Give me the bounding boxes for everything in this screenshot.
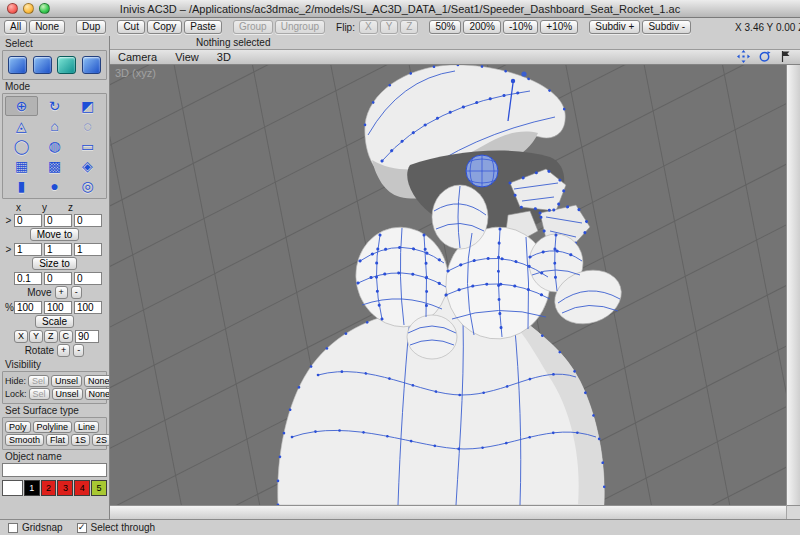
palette-swatch-4[interactable]: 4 [74, 480, 90, 496]
flip-z-button[interactable]: Z [400, 20, 418, 34]
select-surface-icon[interactable] [57, 56, 76, 74]
pan-tool-icon[interactable] [737, 50, 750, 65]
orbit-tool-icon[interactable] [758, 50, 771, 65]
mode-mesh-cube-icon[interactable]: ▩ [38, 156, 71, 176]
lock-unsel-button[interactable]: Unsel [52, 388, 83, 400]
rotate-c-toggle[interactable]: C [59, 330, 74, 343]
select-through-checkbox-box[interactable]: ✓ [77, 523, 87, 533]
move-plus-button[interactable]: + [55, 286, 68, 299]
select-object-icon[interactable] [33, 56, 52, 74]
zoom-plus10-button[interactable]: +10% [540, 20, 578, 34]
mode-rect-icon[interactable]: ▭ [71, 136, 104, 156]
move-z-input[interactable] [74, 272, 102, 285]
rotate-minus-button[interactable]: - [73, 344, 84, 357]
lock-sel-button[interactable]: Sel [29, 388, 50, 400]
mode-rotate-icon[interactable]: ↻ [38, 96, 71, 116]
close-button[interactable] [7, 3, 18, 14]
size-to-y-input[interactable] [44, 243, 72, 256]
horizontal-scrollbar[interactable] [110, 505, 786, 519]
mode-drag-icon[interactable]: ◬ [5, 116, 38, 136]
flip-y-button[interactable]: Y [380, 20, 399, 34]
zoom-50-button[interactable]: 50% [429, 20, 461, 34]
rotate-angle-input[interactable] [75, 330, 99, 343]
surface-1s-button[interactable]: 1S [71, 434, 90, 446]
mode-lasso-icon[interactable]: ◌ [71, 116, 104, 136]
rotate-z-toggle[interactable]: Z [44, 330, 58, 343]
palette-swatch-2[interactable]: 2 [41, 480, 57, 496]
zoom-button[interactable] [39, 3, 50, 14]
gridsnap-checkbox[interactable]: Gridsnap [8, 522, 63, 533]
object-name-input[interactable] [2, 463, 107, 477]
mode-disk-icon[interactable]: ◍ [38, 136, 71, 156]
current-color-swatch[interactable] [2, 480, 23, 496]
move-to-z-input[interactable] [74, 214, 102, 227]
ungroup-button[interactable]: Ungroup [275, 20, 325, 34]
zoom-minus10-button[interactable]: -10% [503, 20, 538, 34]
select-all-button[interactable]: All [4, 20, 27, 34]
duplicate-button[interactable]: Dup [76, 20, 106, 34]
select-group-icon[interactable] [8, 56, 27, 74]
viewport-3d-canvas[interactable]: 3D (xyz) [110, 65, 786, 505]
flag-icon[interactable] [779, 50, 792, 65]
cut-button[interactable]: Cut [117, 20, 145, 34]
select-none-button[interactable]: None [29, 20, 65, 34]
menu-view[interactable]: View [175, 51, 199, 63]
surface-flat-button[interactable]: Flat [46, 434, 69, 446]
scale-button[interactable]: Scale [35, 315, 74, 328]
surface-2s-button[interactable]: 2S [92, 434, 110, 446]
size-to-x-input[interactable] [14, 243, 42, 256]
rotate-plus-button[interactable]: + [57, 344, 70, 357]
rotate-y-toggle[interactable]: Y [29, 330, 43, 343]
surface-smooth-button[interactable]: Smooth [5, 434, 44, 446]
move-x-input[interactable] [14, 272, 42, 285]
mode-sphere-icon[interactable]: ● [38, 176, 71, 196]
mode-move-icon[interactable]: ⊕ [5, 96, 38, 116]
window-title: Inivis AC3D – /Applications/ac3dmac_2/mo… [0, 3, 800, 15]
surface-polyline-button[interactable]: Polyline [33, 421, 73, 433]
hide-sel-button[interactable]: Sel [28, 375, 49, 387]
scale-row: % [5, 301, 107, 314]
mode-light-icon[interactable]: ◎ [71, 176, 104, 196]
zoom-200-button[interactable]: 200% [463, 20, 501, 34]
menu-camera[interactable]: Camera [118, 51, 157, 63]
hide-none-button[interactable]: None [84, 375, 110, 387]
move-minus-button[interactable]: - [71, 286, 82, 299]
group-button[interactable]: Group [233, 20, 273, 34]
mode-solid-icon[interactable]: ◈ [71, 156, 104, 176]
move-to-x-input[interactable] [14, 214, 42, 227]
minimize-button[interactable] [23, 3, 34, 14]
move-to-prefix: > [5, 215, 12, 226]
scale-x-input[interactable] [14, 301, 42, 314]
mode-extrude-icon[interactable]: ◩ [71, 96, 104, 116]
viewport-canvas-svg[interactable] [110, 65, 786, 505]
size-to-button[interactable]: Size to [32, 257, 77, 270]
menu-3d[interactable]: 3D [217, 51, 231, 63]
palette-swatch-5[interactable]: 5 [91, 480, 107, 496]
move-y-input[interactable] [44, 272, 72, 285]
mode-grid-icon[interactable]: ▦ [5, 156, 38, 176]
paste-button[interactable]: Paste [184, 20, 222, 34]
gridsnap-checkbox-box[interactable] [8, 523, 18, 533]
scale-z-input[interactable] [74, 301, 102, 314]
move-to-button[interactable]: Move to [30, 228, 80, 241]
flip-x-button[interactable]: X [359, 20, 378, 34]
palette-swatch-1[interactable]: 1 [24, 480, 40, 496]
scale-y-input[interactable] [44, 301, 72, 314]
palette-swatch-3[interactable]: 3 [57, 480, 73, 496]
surface-line-button[interactable]: Line [74, 421, 99, 433]
mode-ellipse-icon[interactable]: ◯ [5, 136, 38, 156]
hide-unsel-button[interactable]: Unsel [51, 375, 82, 387]
size-to-z-input[interactable] [74, 243, 102, 256]
vertical-scrollbar[interactable] [786, 65, 800, 505]
rotate-x-toggle[interactable]: X [14, 330, 28, 343]
mode-polygon-icon[interactable]: ⌂ [38, 116, 71, 136]
lock-none-button[interactable]: None [85, 388, 110, 400]
select-through-checkbox[interactable]: ✓ Select through [77, 522, 156, 533]
surface-poly-button[interactable]: Poly [5, 421, 31, 433]
subdiv-minus-button[interactable]: Subdiv - [642, 20, 691, 34]
copy-button[interactable]: Copy [147, 20, 182, 34]
move-to-y-input[interactable] [44, 214, 72, 227]
mode-cylinder-icon[interactable]: ▮ [5, 176, 38, 196]
select-vertex-icon[interactable] [82, 56, 101, 74]
subdiv-plus-button[interactable]: Subdiv + [589, 20, 640, 34]
